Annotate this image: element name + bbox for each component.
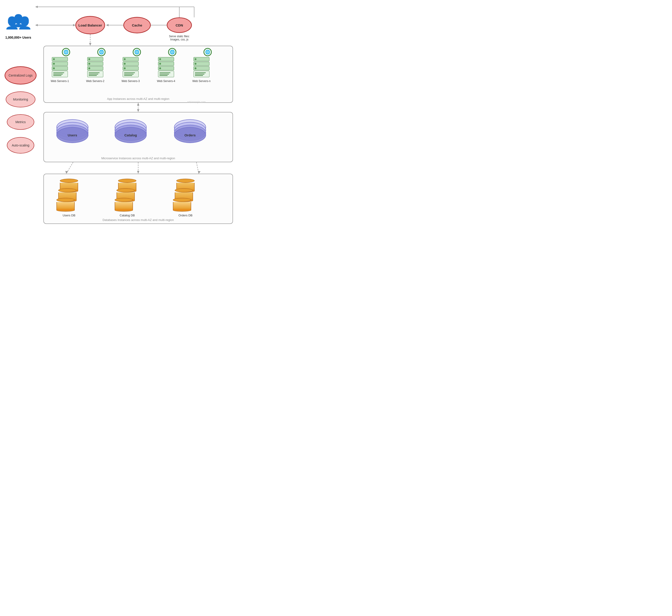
cache-label: Cache (132, 23, 142, 27)
users-group: 👤 👤 👤 1,000,000+ Users (5, 14, 32, 39)
microservices-section-label: Microservice Instances across multi-AZ a… (44, 156, 233, 160)
svg-marker-18 (65, 171, 68, 174)
web-server-3: 🌐 Web Servers-3 (122, 53, 140, 83)
microservice-users-stack: Users (56, 119, 88, 144)
web-server-n: 🌐 Web Servers-n (192, 53, 211, 83)
web-servers-section: 🌐 Web Servers-1 🌐 (43, 46, 233, 103)
globe-icon-1: 🌐 (62, 48, 70, 56)
users-label: 1,000,000+ Users (5, 36, 31, 39)
microservices-section: Users Catalog Orders (43, 112, 233, 162)
microservice-catalog-stack: Catalog (115, 119, 147, 144)
globe-icon-3: 🌐 (133, 48, 141, 56)
centralized-logs-node: Centralized Logs (5, 66, 37, 84)
globe-icon-2: 🌐 (97, 48, 106, 56)
svg-marker-3 (73, 24, 75, 26)
autoscaling-node: Auto-scaling (7, 137, 34, 153)
svg-marker-22 (198, 171, 201, 174)
watermark: adrianmejia.com (187, 100, 206, 103)
users-icons: 👤 👤 👤 (5, 14, 32, 34)
svg-marker-13 (89, 43, 91, 46)
databases-section-label: Databases Instances across multi-AZ and … (44, 218, 233, 222)
cache-node: Cache (123, 17, 151, 33)
web-server-4: 🌐 Web Servers-4 (157, 53, 175, 83)
svg-line-17 (66, 162, 73, 174)
web-server-2-label: Web Servers-2 (86, 79, 104, 83)
web-server-3-label: Web Servers-3 (122, 79, 140, 83)
svg-marker-15 (137, 109, 139, 112)
metrics-label: Metrics (15, 120, 26, 124)
autoscaling-label: Auto-scaling (12, 143, 29, 147)
microservice-orders-stack: Orders (174, 119, 206, 144)
microservice-catalog: Catalog (115, 119, 147, 144)
web-servers-section-label: App Instances across multi-AZ and multi-… (44, 97, 233, 100)
load-balancer-label: Load Balancer (78, 23, 102, 27)
db-catalog-stack (115, 179, 140, 212)
svg-marker-8 (106, 24, 108, 26)
db-users-label: Users DB (63, 214, 75, 217)
db-catalog-group: Catalog DB (115, 179, 140, 217)
monitoring-label: Monitoring (13, 98, 28, 101)
monitoring-node: Monitoring (6, 91, 35, 107)
architecture-diagram: 👤 👤 👤 1,000,000+ Users Load Balancer Cac… (0, 0, 251, 228)
microservice-orders-label: Orders (184, 133, 196, 137)
svg-line-21 (196, 162, 199, 174)
globe-icon-4: 🌐 (168, 48, 176, 56)
db-users-group: Users DB (56, 179, 82, 217)
cdn-node: CDN (167, 17, 192, 33)
db-catalog-label: Catalog DB (120, 214, 135, 217)
db-orders-group: Orders DB (173, 179, 198, 217)
globe-icon-5: 🌐 (204, 48, 212, 56)
svg-marker-20 (137, 171, 139, 174)
centralized-logs-label: Centralized Logs (8, 74, 32, 77)
user-icon-3: 👤 (17, 16, 32, 30)
svg-marker-16 (137, 103, 139, 106)
web-server-1: 🌐 Web Servers-1 (51, 53, 69, 83)
microservice-users: Users (56, 119, 88, 144)
cdn-label: CDN (176, 23, 183, 27)
svg-marker-4 (35, 24, 38, 26)
metrics-node: Metrics (7, 114, 34, 130)
svg-marker-6 (106, 24, 108, 26)
svg-marker-1 (35, 6, 38, 8)
web-server-1-label: Web Servers-1 (51, 79, 69, 83)
cdn-description: Serve static files: Images, css, js (164, 35, 194, 41)
db-orders-label: Orders DB (178, 214, 192, 217)
db-orders-stack (173, 179, 198, 212)
web-server-n-label: Web Servers-n (192, 79, 211, 83)
web-server-2: 🌐 Web Servers-2 (86, 53, 104, 83)
microservice-catalog-label: Catalog (124, 133, 137, 137)
load-balancer-node: Load Balancer (75, 16, 105, 34)
databases-section: Users DB Ca (43, 174, 233, 224)
db-users-stack (56, 179, 82, 212)
microservice-users-label: Users (68, 133, 77, 137)
web-server-4-label: Web Servers-4 (157, 79, 175, 83)
microservice-orders: Orders (174, 119, 206, 144)
